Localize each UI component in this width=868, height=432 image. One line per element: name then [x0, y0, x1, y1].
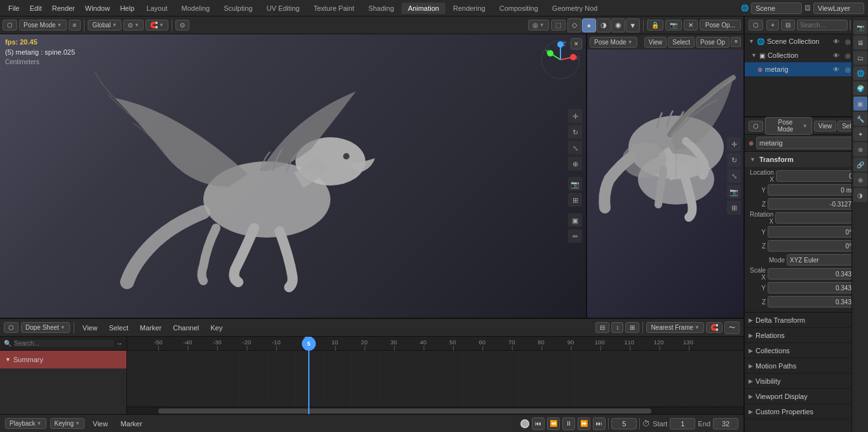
- shading-dropdown[interactable]: ▼: [626, 18, 640, 32]
- view-layer-props-btn[interactable]: 🗂: [853, 51, 867, 65]
- viewport-x-btn[interactable]: ✕: [684, 20, 698, 30]
- viewport-3d-main[interactable]: fps: 20.45 (5) metarig : spine.025 Centi…: [0, 34, 587, 318]
- scene-vis-btn[interactable]: 👁: [831, 36, 841, 46]
- step-forward-btn[interactable]: ⏩: [578, 417, 590, 430]
- viewport-camera-btn[interactable]: 📷: [665, 20, 682, 30]
- menu-help[interactable]: Help: [116, 3, 139, 13]
- material-props-btn[interactable]: ◑: [853, 188, 867, 202]
- channel-filter-toggle[interactable]: ↔: [116, 340, 123, 347]
- shading-wireframe[interactable]: ◇: [567, 18, 581, 32]
- jump-start-btn[interactable]: ⏮: [532, 417, 545, 430]
- props-pose-mode-btn[interactable]: Pose Mode ▼: [765, 117, 812, 135]
- location-x-input[interactable]: [776, 170, 863, 182]
- render-props-btn[interactable]: 📷: [853, 20, 867, 34]
- custom-properties-section[interactable]: ▶ Custom Properties ···: [745, 404, 868, 419]
- side-viewport-mode[interactable]: Pose Mode ▼: [590, 37, 637, 48]
- location-z-input[interactable]: [768, 198, 855, 210]
- snap-toggle[interactable]: 🧲 ▼: [146, 20, 168, 30]
- tab-texture-paint[interactable]: Texture Paint: [307, 3, 360, 14]
- playback-view-btn[interactable]: View: [88, 419, 112, 429]
- menu-edit[interactable]: Edit: [25, 3, 46, 13]
- move-tool[interactable]: ✛: [568, 109, 582, 123]
- pose-mode-dropdown[interactable]: Pose Mode ▼: [19, 20, 67, 30]
- pivot-dropdown[interactable]: ⊙ ▼: [123, 20, 144, 30]
- viewport-mode-toggle[interactable]: ⬡: [3, 20, 17, 30]
- tab-modeling[interactable]: Modeling: [175, 3, 217, 14]
- visibility-section[interactable]: ▶ Visibility ···: [745, 374, 868, 389]
- rotation-y-input[interactable]: [768, 226, 855, 238]
- side-scale-tool[interactable]: ⤡: [727, 169, 741, 183]
- anim-channel-menu[interactable]: Channel: [168, 323, 203, 333]
- play-pause-btn[interactable]: ⏸: [562, 417, 575, 430]
- collection-item[interactable]: ▼ ▣ Collection 👁 ◎ 📷: [745, 48, 868, 62]
- anim-marker-menu[interactable]: Marker: [135, 323, 166, 333]
- summary-channel[interactable]: ▼ Summary: [0, 351, 126, 368]
- transform-section-header[interactable]: ▼ Transform: [745, 152, 868, 167]
- object-name-input[interactable]: [756, 137, 858, 149]
- view-layer-input[interactable]: [813, 3, 864, 14]
- tab-shading[interactable]: Shading: [362, 3, 400, 14]
- anim-key-menu[interactable]: Key: [206, 323, 227, 333]
- modifier-props-btn[interactable]: 🔧: [853, 112, 867, 126]
- location-y-input[interactable]: [768, 184, 855, 196]
- anim-snap-dropdown[interactable]: Nearest Frame ▼: [646, 322, 704, 333]
- camera-view[interactable]: 📷: [568, 177, 582, 191]
- dope-sheet-timeline[interactable]: -50 -40 -30 -20 -10 0 10: [127, 337, 743, 414]
- anim-snap-toggle[interactable]: 🧲: [706, 322, 722, 333]
- physics-props-btn[interactable]: ⊛: [853, 142, 867, 156]
- anim-select-menu[interactable]: Select: [104, 323, 133, 333]
- dope-sheet-type[interactable]: Dope Sheet ▼: [21, 322, 70, 333]
- motion-paths-section[interactable]: ▶ Motion Paths ···: [745, 358, 868, 374]
- jump-end-btn[interactable]: ⏭: [593, 417, 606, 430]
- rotation-x-input[interactable]: [775, 212, 862, 224]
- menu-window[interactable]: Window: [81, 3, 114, 13]
- current-frame-input[interactable]: [611, 418, 637, 429]
- tab-uv-editing[interactable]: UV Editing: [260, 3, 306, 14]
- timeline-scroll-thumb[interactable]: [158, 408, 651, 414]
- metarig-vis-btn[interactable]: 👁: [831, 64, 841, 74]
- anim-view-menu[interactable]: View: [78, 323, 102, 333]
- transform-dropdown[interactable]: Global ▼: [88, 20, 121, 30]
- props-mode-btn[interactable]: ⬡: [749, 121, 763, 132]
- tab-geometry-nodes[interactable]: Geometry Nod: [546, 3, 604, 14]
- object-data-props-btn[interactable]: ⊕: [853, 173, 867, 187]
- menu-render[interactable]: Render: [48, 3, 79, 13]
- side-rotate-tool[interactable]: ↻: [727, 153, 741, 167]
- rotate-tool[interactable]: ↻: [568, 125, 582, 139]
- side-grid-tool[interactable]: ⊞: [727, 201, 741, 215]
- proportional-edit[interactable]: ⊙: [175, 20, 189, 30]
- scene-input[interactable]: [751, 3, 802, 14]
- scale-y-input[interactable]: [768, 282, 855, 294]
- side-camera-tool[interactable]: 📷: [727, 185, 741, 199]
- tab-layout[interactable]: Layout: [140, 3, 174, 14]
- xray-toggle[interactable]: ⬚: [551, 20, 566, 30]
- outliner-type-btn[interactable]: ⬡: [749, 20, 763, 30]
- scale-x-input[interactable]: [768, 268, 855, 280]
- relations-section[interactable]: ▶ Relations ···: [745, 328, 868, 343]
- viewport-3d-side[interactable]: Pose Mode ▼ View Select Pose Op ✕: [587, 34, 743, 318]
- playback-marker-btn[interactable]: Marker: [116, 419, 147, 429]
- scale-tool[interactable]: ⤡: [568, 141, 582, 155]
- view-btn[interactable]: View: [814, 121, 837, 132]
- constraints-props-btn[interactable]: 🔗: [853, 158, 867, 172]
- viewport-close-btn[interactable]: ✕: [571, 38, 582, 50]
- grid-tool[interactable]: ⊞: [568, 193, 582, 207]
- outliner-add-btn[interactable]: +: [766, 20, 779, 30]
- end-frame-input[interactable]: [713, 418, 738, 429]
- timeline-scrollbar[interactable]: [127, 407, 743, 414]
- playback-mode-btn[interactable]: Playback ▼: [5, 418, 46, 429]
- pose-options-btn[interactable]: Pose Op...: [700, 20, 741, 30]
- output-props-btn[interactable]: 🖥: [853, 36, 867, 50]
- outliner-search-input[interactable]: [797, 20, 848, 30]
- metarig-item[interactable]: ⊕ metarig 👁 ◎ 📷: [745, 62, 868, 76]
- scene-collection-item[interactable]: ▼ 🌐 Scene Collection 👁 ◎ 📷: [745, 34, 868, 48]
- channel-search-input[interactable]: [14, 340, 114, 347]
- annotate-tool[interactable]: ✏: [568, 229, 582, 243]
- menu-file[interactable]: File: [4, 3, 24, 13]
- tab-compositing[interactable]: Compositing: [493, 3, 545, 14]
- anim-filter2-btn[interactable]: ⊞: [625, 322, 639, 333]
- rotation-z-input[interactable]: [768, 240, 855, 252]
- world-props-btn[interactable]: 🌍: [853, 81, 867, 95]
- anim-curve-btn[interactable]: 〜: [724, 321, 740, 334]
- collections-section[interactable]: ▶ Collections ···: [745, 343, 868, 358]
